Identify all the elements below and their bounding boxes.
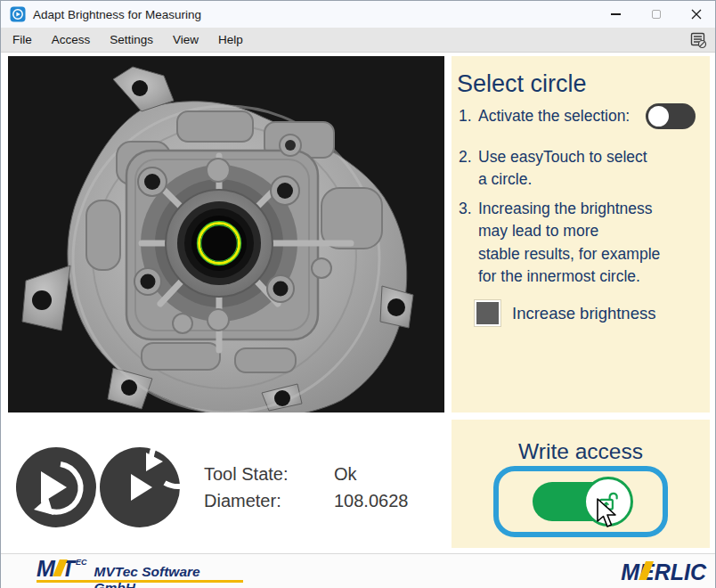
close-icon (691, 9, 702, 20)
panel-heading: Select circle (457, 70, 587, 98)
step-number: 1. (459, 105, 478, 127)
menu-file[interactable]: File (3, 28, 42, 53)
mvtec-logo: M T EC MVTec Software GmbH (37, 557, 243, 584)
merlic-logo: MERLIC (621, 559, 706, 584)
select-circle-panel: Select circle 1. Activate the selection:… (452, 56, 710, 412)
write-access-focus-frame (493, 466, 668, 537)
mouse-cursor (596, 498, 617, 530)
run-once-button[interactable] (16, 447, 96, 527)
maximize-button[interactable] (636, 1, 677, 28)
step-number: 2. (459, 146, 478, 192)
instruction-step-2: 2. Use easyTouch to select a circle. (459, 146, 647, 192)
increase-brightness-checkbox[interactable] (475, 300, 500, 326)
minimize-icon (611, 13, 621, 14)
workpiece-image (8, 56, 444, 412)
step-text: Activate the selection: (478, 105, 630, 127)
menu-access[interactable]: Access (42, 28, 101, 53)
app-window: Adapt Brightness for Measuring File Acce… (0, 0, 716, 588)
instruction-step-3: 3. Increasing the brightness may lead to… (459, 198, 660, 288)
mvtec-mark-sup: EC (76, 558, 87, 568)
menu-help[interactable]: Help (208, 28, 253, 53)
run-continuously-button[interactable] (100, 447, 180, 527)
tool-state-label: Tool State: (204, 461, 334, 488)
merlic-wordmark: MERLIC (621, 559, 706, 584)
camera-image[interactable] (8, 56, 444, 412)
toggle-knob (648, 106, 669, 127)
message-log-disabled-icon[interactable] (688, 30, 708, 50)
diameter-value: 108.0628 (334, 488, 408, 515)
mvtec-underline (37, 580, 243, 583)
minimize-button[interactable] (595, 1, 636, 28)
instruction-step-1: 1. Activate the selection: (459, 105, 630, 127)
step-text: Use easyTouch to select a circle. (478, 146, 647, 192)
status-readout: Tool State: Ok Diameter: 108.0628 (204, 461, 408, 514)
step-number: 3. (459, 198, 478, 288)
activate-selection-toggle[interactable] (646, 103, 696, 129)
increase-brightness-row: Increase brightness (475, 300, 655, 326)
menu-view[interactable]: View (163, 28, 208, 53)
step-text: Increasing the brightness may lead to mo… (478, 198, 660, 288)
title-bar: Adapt Brightness for Measuring (1, 1, 715, 28)
checkbox-label: Increase brightness (512, 304, 655, 323)
close-button[interactable] (676, 1, 716, 28)
window-title: Adapt Brightness for Measuring (33, 8, 201, 21)
app-icon (10, 6, 26, 22)
footer-bar: M T EC MVTec Software GmbH MERLIC (1, 553, 715, 588)
diameter-label: Diameter: (204, 488, 334, 515)
write-access-heading: Write access (452, 439, 710, 464)
menu-settings[interactable]: Settings (100, 28, 163, 53)
maximize-icon (652, 10, 661, 19)
mvtec-company-name: MVTec Software GmbH (94, 564, 244, 588)
tool-state-value: Ok (334, 461, 357, 488)
menu-bar: File Access Settings View Help (1, 28, 715, 53)
write-access-panel: Write access (452, 420, 710, 548)
